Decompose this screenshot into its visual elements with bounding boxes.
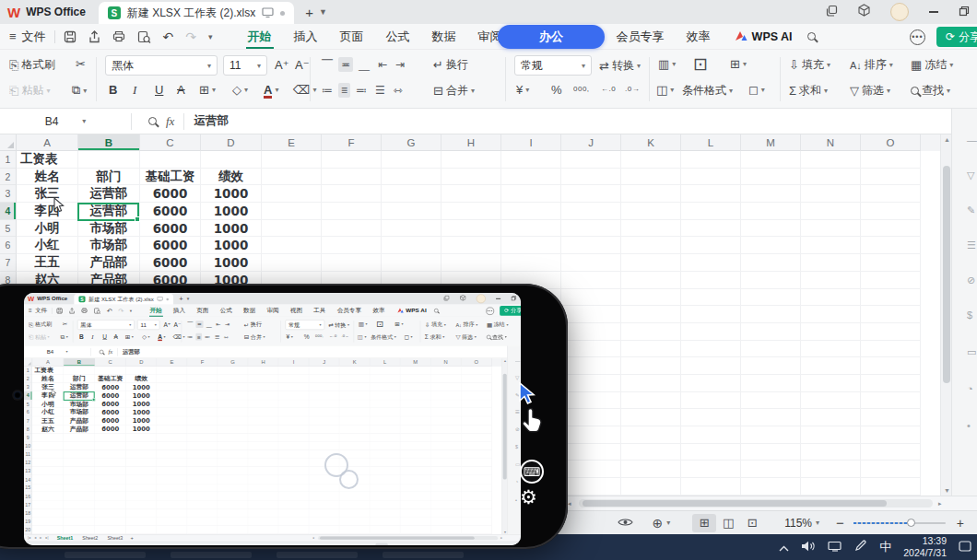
- cell-D20[interactable]: [126, 526, 158, 534]
- cell-K11[interactable]: [621, 323, 681, 341]
- column-header-N[interactable]: N: [801, 134, 861, 151]
- worksheet-button[interactable]: ◫▾: [656, 83, 674, 97]
- tray-chevron-icon[interactable]: [779, 539, 789, 555]
- cell-O18[interactable]: [461, 509, 491, 518]
- cell-M12[interactable]: [741, 341, 801, 358]
- cell-C20[interactable]: [95, 526, 126, 534]
- cell-E6[interactable]: [262, 237, 322, 254]
- cell-A4[interactable]: 李四: [17, 203, 78, 220]
- cell-M15[interactable]: [400, 484, 430, 492]
- cell-O19[interactable]: [861, 461, 921, 478]
- sum-button[interactable]: Σ求和▾: [425, 333, 444, 341]
- redo-icon[interactable]: ↷: [118, 307, 124, 314]
- cell-M17[interactable]: [400, 500, 430, 508]
- column-header-K[interactable]: K: [339, 358, 370, 367]
- cell-J16[interactable]: [561, 409, 621, 426]
- tab-list-caret-icon[interactable]: ▼: [319, 7, 327, 17]
- cell-N18[interactable]: [430, 509, 461, 518]
- cell-J5[interactable]: [561, 220, 621, 238]
- taskbar-app-slot[interactable]: [383, 552, 464, 558]
- cell-M18[interactable]: [400, 509, 430, 518]
- table-style-button[interactable]: ▥▾: [359, 321, 368, 327]
- cell-B5[interactable]: 市场部: [78, 220, 140, 238]
- cell-E2[interactable]: [262, 169, 322, 186]
- currency-button[interactable]: ¥▾: [516, 83, 529, 97]
- cell-H6[interactable]: [441, 237, 501, 254]
- bold-button[interactable]: B: [109, 83, 117, 97]
- share-button[interactable]: ⟳ 分享: [936, 27, 977, 47]
- cell-A5[interactable]: 小明: [32, 400, 64, 408]
- print-icon[interactable]: [112, 30, 125, 42]
- cell-I16[interactable]: [278, 492, 309, 500]
- cell-A17[interactable]: [32, 500, 64, 508]
- column-header-B[interactable]: B: [78, 134, 140, 151]
- cell-O10[interactable]: [861, 306, 921, 323]
- fill-button[interactable]: ⇩填充▾: [789, 57, 830, 73]
- cell-H4[interactable]: [248, 391, 278, 400]
- cell-I7[interactable]: [501, 254, 561, 272]
- cell-C4[interactable]: 6000: [140, 203, 201, 220]
- cell-F10[interactable]: [187, 442, 218, 450]
- cell-O1[interactable]: [861, 151, 921, 169]
- cell-N19[interactable]: [430, 518, 461, 526]
- cell-M1[interactable]: [400, 367, 430, 375]
- cell-style-button[interactable]: ⊞▾: [394, 321, 403, 327]
- cell-D10[interactable]: [126, 442, 158, 450]
- pen-icon[interactable]: [854, 539, 867, 555]
- cut-button[interactable]: ✂: [76, 57, 86, 71]
- minimize-button[interactable]: [496, 298, 500, 299]
- cell-H3[interactable]: [248, 383, 278, 391]
- comma-style-button[interactable]: 000,: [315, 334, 324, 338]
- cell-J20[interactable]: [309, 526, 339, 534]
- row-header-17[interactable]: 17: [24, 500, 32, 508]
- row-header-20[interactable]: 20: [24, 526, 32, 534]
- percent-button[interactable]: %: [551, 83, 562, 97]
- cell-J4[interactable]: [561, 203, 621, 220]
- cell-N3[interactable]: [430, 383, 461, 391]
- cell-I3[interactable]: [278, 383, 309, 391]
- cell-L9[interactable]: [681, 289, 741, 307]
- cell-D3[interactable]: 1000: [201, 185, 262, 203]
- document-tab[interactable]: S 新建 XLSX 工作表 (2).xlsx: [74, 294, 173, 305]
- sidebar-collapse-icon[interactable]: —: [967, 134, 977, 146]
- menu-tab-效率[interactable]: 效率: [371, 305, 385, 317]
- zoom-slider-thumb[interactable]: [907, 519, 915, 527]
- cell-B13[interactable]: [64, 467, 95, 475]
- cell-F16[interactable]: [187, 492, 218, 500]
- cell-F13[interactable]: [187, 467, 218, 475]
- cell-E7[interactable]: [262, 254, 322, 272]
- cell-A14[interactable]: [32, 475, 64, 484]
- undo-icon[interactable]: ↶: [163, 29, 174, 44]
- cell-H15[interactable]: [248, 484, 278, 492]
- cell-I8[interactable]: [278, 426, 309, 434]
- cell-A1[interactable]: 工资表: [17, 151, 78, 169]
- sidebar-edit-icon[interactable]: ✎: [967, 204, 975, 216]
- cell-H8[interactable]: [248, 426, 278, 434]
- cell-G15[interactable]: [218, 484, 248, 492]
- cell-E19[interactable]: [157, 518, 187, 526]
- cell-E5[interactable]: [262, 220, 322, 238]
- cell-F14[interactable]: [187, 475, 218, 484]
- row-header-6[interactable]: 6: [24, 408, 32, 416]
- sidebar-clock-icon[interactable]: ◔: [515, 480, 518, 485]
- row-header-5[interactable]: 5: [24, 400, 32, 408]
- cell-H18[interactable]: [248, 509, 278, 518]
- cell-I4[interactable]: [501, 203, 561, 220]
- cell-A1[interactable]: 工资表: [32, 367, 64, 375]
- cell-C7[interactable]: 6000: [95, 416, 126, 425]
- cell-K9[interactable]: [339, 434, 370, 442]
- cell-G3[interactable]: [382, 185, 441, 203]
- cell-D2[interactable]: 绩效: [201, 169, 262, 186]
- eye-icon[interactable]: [618, 515, 633, 531]
- quickbar-caret-icon[interactable]: ▾: [208, 32, 213, 41]
- cell-H10[interactable]: [248, 442, 278, 450]
- cell-N14[interactable]: [801, 375, 861, 392]
- hamburger-icon[interactable]: ≡: [29, 308, 32, 314]
- cell-I1[interactable]: [501, 151, 561, 169]
- row-header-19[interactable]: 19: [24, 518, 32, 526]
- cell-M4[interactable]: [400, 391, 430, 400]
- cell-K4[interactable]: [339, 391, 370, 400]
- cell-H16[interactable]: [248, 492, 278, 500]
- cell-G7[interactable]: [382, 254, 441, 272]
- cell-A2[interactable]: 姓名: [17, 169, 78, 186]
